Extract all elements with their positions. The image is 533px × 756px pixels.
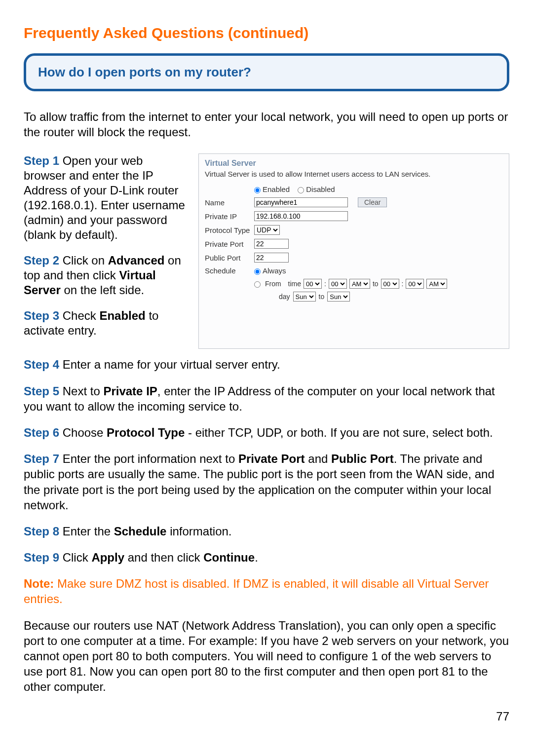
- page-number: 77: [24, 710, 509, 723]
- step-5: Step 5 Next to Private IP, enter the IP …: [24, 383, 509, 414]
- vs-private-ip-label: Private IP: [205, 212, 254, 221]
- vs-time-m2[interactable]: 00: [406, 279, 424, 289]
- vs-name-label: Name: [205, 198, 254, 207]
- question-box: How do I open ports on my router?: [24, 53, 509, 91]
- vs-time-ap2[interactable]: AM: [426, 279, 447, 289]
- step-2: Step 2 Click on Advanced on top and then…: [24, 253, 187, 298]
- vs-schedule-day-row: day Sun to Sun: [279, 292, 503, 302]
- vs-schedule-from-row: From time 00: 00 AM to 00: 00 AM: [254, 279, 503, 289]
- vs-time-h1[interactable]: 00: [304, 279, 322, 289]
- vs-protocol-label: Protocol Type: [205, 226, 254, 234]
- step-1: Step 1 Open your web browser and enter t…: [24, 153, 187, 242]
- vs-public-port-input[interactable]: [254, 253, 289, 263]
- vs-schedule-label: Schedule: [205, 266, 254, 275]
- step-6: Step 6 Choose Protocol Type - either TCP…: [24, 425, 509, 440]
- virtual-server-panel: Virtual Server Virtual Server is used to…: [198, 153, 509, 349]
- step-3: Step 3 Check Enabled to activate entry.: [24, 308, 187, 338]
- step-3-label: Step 3: [24, 309, 59, 322]
- vs-schedule-from-radio[interactable]: [254, 280, 263, 288]
- vs-schedule-always[interactable]: Always: [254, 266, 286, 275]
- step-2-label: Step 2: [24, 254, 59, 267]
- vs-private-port-input[interactable]: [254, 239, 289, 249]
- vs-public-port-label: Public Port: [205, 254, 254, 262]
- vs-enabled-radio[interactable]: Enabled: [254, 185, 290, 193]
- vs-private-ip-input[interactable]: [254, 211, 348, 221]
- note: Note: Make sure DMZ host is disabled. If…: [24, 576, 509, 606]
- vs-time-h2[interactable]: 00: [381, 279, 399, 289]
- vs-disabled-radio[interactable]: Disabled: [298, 185, 335, 193]
- vs-private-port-label: Private Port: [205, 240, 254, 248]
- step-1-label: Step 1: [24, 154, 59, 167]
- intro-text: To allow traffic from the internet to en…: [24, 109, 509, 140]
- page-title: Frequently Asked Questions (continued): [24, 25, 509, 41]
- step-7: Step 7 Enter the port information next t…: [24, 451, 509, 513]
- vs-clear-button[interactable]: Clear: [358, 197, 387, 207]
- vs-time-m1[interactable]: 00: [329, 279, 347, 289]
- step-4: Step 4 Enter a name for your virtual ser…: [24, 357, 509, 372]
- closing-text: Because our routers use NAT (Network Add…: [24, 618, 509, 695]
- question-text: How do I open ports on my router?: [38, 65, 495, 80]
- vs-day-to[interactable]: Sun: [327, 292, 350, 302]
- vs-title: Virtual Server: [205, 159, 503, 168]
- vs-desc: Virtual Server is used to allow Internet…: [205, 170, 503, 178]
- vs-protocol-select[interactable]: UDP: [254, 225, 280, 235]
- vs-time-ap1[interactable]: AM: [349, 279, 370, 289]
- vs-name-input[interactable]: [254, 197, 348, 207]
- step-9: Step 9 Click Apply and then click Contin…: [24, 550, 509, 565]
- step-8: Step 8 Enter the Schedule information.: [24, 524, 509, 539]
- vs-day-from[interactable]: Sun: [293, 292, 316, 302]
